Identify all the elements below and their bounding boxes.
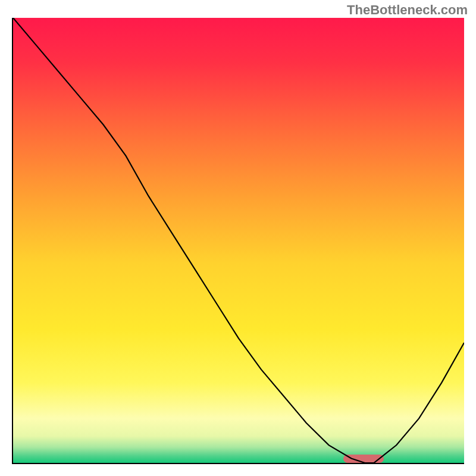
plot-area — [12, 18, 464, 464]
watermark-text: TheBottleneck.com — [347, 2, 468, 18]
optimal-marker — [343, 455, 384, 463]
svg-rect-0 — [13, 18, 464, 463]
gradient-background — [13, 18, 464, 463]
chart-container: TheBottleneck.com — [0, 0, 476, 476]
